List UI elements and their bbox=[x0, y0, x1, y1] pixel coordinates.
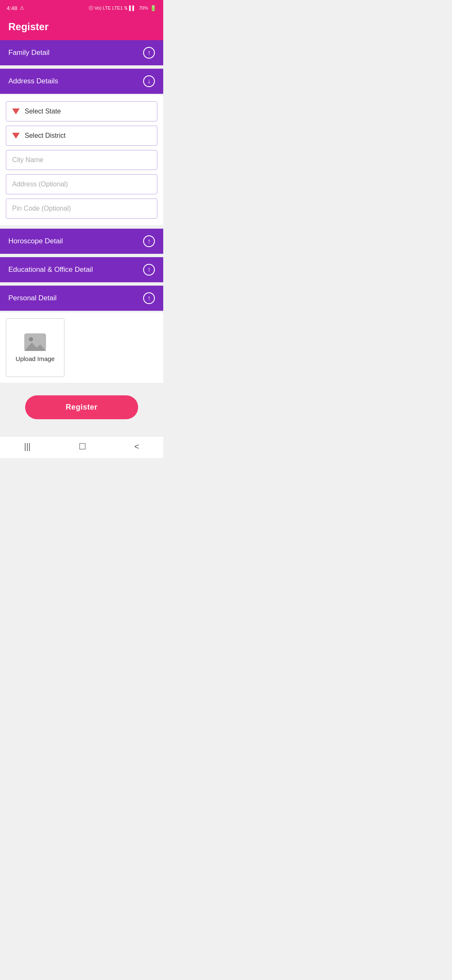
educational-office-toggle[interactable]: ↑ bbox=[143, 264, 155, 276]
register-button[interactable]: Register bbox=[25, 395, 138, 419]
family-detail-section[interactable]: Family Detail ↑ bbox=[0, 40, 163, 65]
warning-icon: ⚠ bbox=[20, 5, 24, 11]
horoscope-detail-toggle[interactable]: ↑ bbox=[143, 235, 155, 247]
address-details-arrow-icon: ↓ bbox=[147, 77, 151, 85]
address-details-section[interactable]: Address Details ↓ bbox=[0, 69, 163, 94]
family-detail-arrow-icon: ↑ bbox=[147, 49, 151, 57]
family-detail-toggle[interactable]: ↑ bbox=[143, 47, 155, 59]
battery-icon: 🔋 bbox=[150, 5, 157, 11]
nav-home-icon[interactable]: ☐ bbox=[79, 441, 86, 451]
pin-code-input[interactable] bbox=[6, 199, 157, 219]
address-details-label: Address Details bbox=[8, 77, 58, 85]
time-display: 4:48 bbox=[7, 5, 17, 11]
upload-section: Upload Image bbox=[0, 312, 163, 383]
address-form-card: Select State Select District bbox=[0, 95, 163, 225]
horoscope-detail-label: Horoscope Detail bbox=[8, 237, 63, 245]
network-icon: ⓒ Vo) LTE LTE1 ⇅ ▌▌ bbox=[89, 5, 136, 11]
page-title: Register bbox=[8, 21, 49, 32]
educational-office-arrow-icon: ↑ bbox=[147, 266, 151, 273]
personal-detail-label: Personal Detail bbox=[8, 294, 56, 302]
educational-office-section[interactable]: Educational & Office Detail ↑ bbox=[0, 257, 163, 282]
state-dropdown-arrow-icon bbox=[12, 108, 20, 114]
svg-point-1 bbox=[29, 337, 33, 341]
personal-detail-toggle[interactable]: ↑ bbox=[143, 292, 155, 304]
status-bar: 4:48 ⚠ ⓒ Vo) LTE LTE1 ⇅ ▌▌ 70% 🔋 bbox=[0, 0, 163, 15]
nav-menu-icon[interactable]: ||| bbox=[24, 442, 31, 451]
personal-detail-arrow-icon: ↑ bbox=[147, 294, 151, 302]
nav-back-icon[interactable]: < bbox=[134, 442, 139, 451]
battery-display: 70% bbox=[139, 5, 148, 10]
horoscope-detail-section[interactable]: Horoscope Detail ↑ bbox=[0, 229, 163, 254]
image-placeholder-icon bbox=[24, 333, 46, 351]
select-state-label: Select State bbox=[25, 108, 61, 115]
select-state-dropdown[interactable]: Select State bbox=[6, 101, 157, 121]
address-details-toggle[interactable]: ↓ bbox=[143, 75, 155, 87]
address-input[interactable] bbox=[6, 174, 157, 194]
upload-image-label: Upload Image bbox=[15, 355, 54, 362]
nav-bar: ||| ☐ < bbox=[0, 436, 163, 458]
family-detail-label: Family Detail bbox=[8, 49, 49, 57]
select-district-dropdown[interactable]: Select District bbox=[6, 126, 157, 146]
district-dropdown-arrow-icon bbox=[12, 133, 20, 139]
personal-detail-section[interactable]: Personal Detail ↑ bbox=[0, 286, 163, 311]
select-district-label: Select District bbox=[25, 132, 66, 139]
upload-image-button[interactable]: Upload Image bbox=[6, 318, 64, 377]
status-right: ⓒ Vo) LTE LTE1 ⇅ ▌▌ 70% 🔋 bbox=[89, 5, 157, 11]
status-left: 4:48 ⚠ bbox=[7, 5, 24, 11]
educational-office-label: Educational & Office Detail bbox=[8, 266, 93, 274]
city-name-input[interactable] bbox=[6, 150, 157, 170]
horoscope-detail-arrow-icon: ↑ bbox=[147, 237, 151, 245]
bottom-area: Register bbox=[0, 383, 163, 428]
app-header: Register bbox=[0, 15, 163, 40]
